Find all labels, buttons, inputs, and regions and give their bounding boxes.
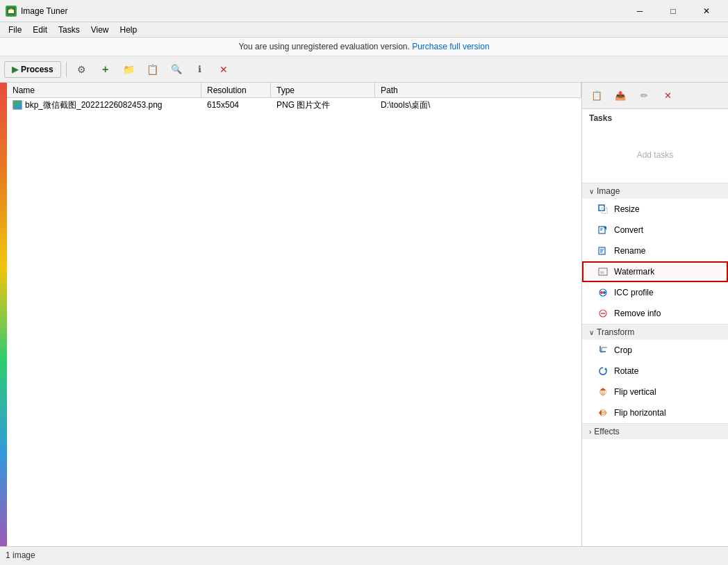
- add-tasks-label: Add tasks: [637, 150, 674, 160]
- file-type-cell: PNG 图片文件: [271, 98, 375, 112]
- flip-vertical-label: Flip vertical: [614, 387, 656, 397]
- task-item-icc[interactable]: ICC profile: [582, 282, 728, 303]
- thumbnail-strip: [0, 83, 7, 546]
- task-item-rename[interactable]: Rename: [582, 240, 728, 261]
- right-new-button[interactable]: 📋: [586, 86, 607, 106]
- menu-tasks[interactable]: Tasks: [53, 24, 85, 36]
- right-new-icon: 📋: [591, 90, 602, 101]
- file-name: bkp_微信截图_20221226082453.png: [25, 99, 162, 111]
- right-edit-button[interactable]: ✏: [634, 86, 654, 106]
- watermark-label: Watermark: [614, 267, 654, 277]
- svg-rect-1: [8, 10, 14, 13]
- remove-info-icon: [597, 308, 609, 319]
- tasks-header: Tasks: [582, 109, 728, 127]
- settings-button[interactable]: ⚙: [72, 60, 92, 79]
- rename-label: Rename: [614, 246, 645, 256]
- file-resolution-cell: 615x504: [201, 98, 271, 112]
- add-folder-button[interactable]: 📁: [119, 60, 140, 79]
- add-button[interactable]: +: [95, 60, 116, 79]
- section-header-transform[interactable]: ∨ Transform: [582, 324, 728, 340]
- gear-icon: ⚙: [77, 64, 86, 75]
- process-button[interactable]: ▶ Process: [4, 61, 61, 78]
- maximize-button[interactable]: □: [657, 1, 689, 22]
- task-item-crop[interactable]: Crop: [582, 340, 728, 361]
- tasks-empty-area: Add tasks: [582, 127, 728, 183]
- crop-icon: [597, 345, 609, 356]
- icc-icon: [597, 287, 609, 298]
- remove-button[interactable]: ✕: [213, 60, 234, 79]
- menu-help[interactable]: Help: [115, 24, 143, 36]
- folder-plus-icon: 📁: [123, 64, 135, 75]
- resize-icon: [597, 204, 609, 215]
- chevron-down-transform-icon: ∨: [589, 329, 594, 336]
- file-thumbnail: [13, 100, 22, 110]
- clipboard-icon: 📋: [147, 64, 158, 75]
- col-header-type[interactable]: Type: [271, 83, 375, 97]
- task-item-convert[interactable]: Convert: [582, 220, 728, 240]
- right-export-icon: 📤: [615, 90, 626, 101]
- app-icon: [6, 6, 17, 17]
- task-item-remove-info[interactable]: Remove info: [582, 303, 728, 324]
- title-bar: Image Tuner ─ □ ✕: [0, 0, 728, 22]
- file-type: PNG 图片文件: [276, 99, 330, 111]
- tasks-panel: Tasks Add tasks ∨ Image Resize: [582, 109, 728, 546]
- flip-vertical-icon: [597, 386, 609, 398]
- search-button[interactable]: 🔍: [166, 60, 187, 79]
- info-icon: ℹ: [198, 64, 201, 74]
- status-text: 1 image: [6, 550, 35, 560]
- app-title: Image Tuner: [21, 6, 67, 16]
- rotate-label: Rotate: [614, 366, 638, 376]
- task-item-flip-v[interactable]: Flip vertical: [582, 382, 728, 402]
- main-toolbar: ▶ Process ⚙ + 📁 📋 🔍 ℹ ✕: [0, 56, 728, 83]
- remove-icon: ✕: [220, 64, 228, 75]
- chevron-down-icon: ∨: [589, 188, 594, 195]
- svg-marker-28: [599, 409, 602, 416]
- close-button[interactable]: ✕: [690, 1, 722, 22]
- section-header-effects[interactable]: › Effects: [582, 423, 728, 439]
- title-bar-left: Image Tuner: [6, 6, 67, 17]
- right-close-icon: ✕: [664, 90, 672, 101]
- window-controls: ─ □ ✕: [624, 1, 722, 22]
- paste-button[interactable]: 📋: [142, 60, 163, 79]
- purchase-link[interactable]: Purchase full version: [412, 42, 489, 51]
- minimize-button[interactable]: ─: [624, 1, 656, 22]
- section-transform-label: Transform: [597, 327, 634, 337]
- svg-point-16: [600, 291, 603, 294]
- section-header-image[interactable]: ∨ Image: [582, 183, 728, 199]
- flip-horizontal-icon: [597, 407, 609, 418]
- right-export-button[interactable]: 📤: [610, 86, 631, 106]
- task-item-rotate[interactable]: Rotate: [582, 361, 728, 382]
- notification-text: You are using unregistered evaluation ve…: [238, 42, 409, 51]
- chevron-right-effects-icon: ›: [589, 428, 591, 436]
- convert-icon: [597, 224, 609, 236]
- svg-point-17: [603, 291, 606, 294]
- file-list-area: Name Resolution Type Path bkp_微信截图_20221…: [7, 83, 582, 546]
- table-row[interactable]: bkp_微信截图_20221226082453.png 615x504 PNG …: [7, 98, 581, 112]
- menu-view[interactable]: View: [85, 24, 115, 36]
- svg-marker-25: [599, 388, 606, 391]
- rename-icon: [597, 245, 609, 256]
- main-area: Name Resolution Type Path bkp_微信截图_20221…: [0, 83, 728, 546]
- svg-marker-24: [604, 368, 607, 370]
- convert-label: Convert: [614, 225, 643, 235]
- section-image-label: Image: [597, 186, 620, 196]
- crop-label: Crop: [614, 345, 632, 355]
- col-header-name[interactable]: Name: [7, 83, 201, 97]
- resize-label: Resize: [614, 204, 640, 214]
- menu-edit[interactable]: Edit: [27, 24, 53, 36]
- right-close-button[interactable]: ✕: [657, 86, 678, 106]
- file-path: D:\tools\桌面\: [381, 99, 430, 111]
- right-edit-icon: ✏: [640, 90, 648, 101]
- play-icon: ▶: [12, 65, 18, 74]
- task-item-watermark[interactable]: W Watermark: [582, 261, 728, 282]
- menu-file[interactable]: File: [3, 24, 27, 36]
- search-icon: 🔍: [171, 64, 182, 74]
- task-item-resize[interactable]: Resize: [582, 199, 728, 220]
- col-header-resolution[interactable]: Resolution: [201, 83, 271, 97]
- file-resolution: 615x504: [207, 100, 239, 110]
- task-item-flip-h[interactable]: Flip horizontal: [582, 402, 728, 423]
- info-button[interactable]: ℹ: [190, 60, 210, 79]
- col-header-path[interactable]: Path: [375, 83, 581, 97]
- flip-horizontal-label: Flip horizontal: [614, 408, 666, 418]
- menu-bar: File Edit Tasks View Help: [0, 22, 728, 38]
